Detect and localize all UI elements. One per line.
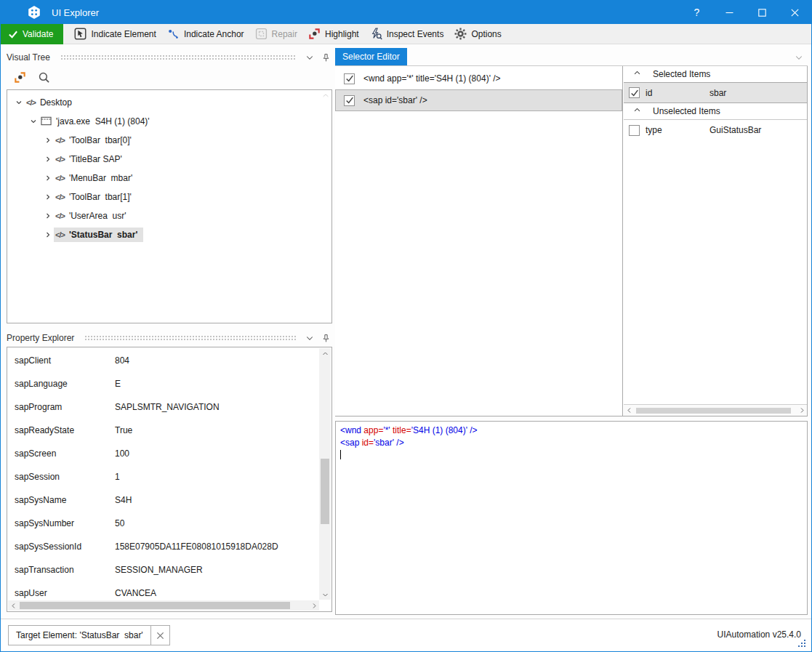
text-caret: [340, 450, 341, 459]
checkbox-unchecked[interactable]: [629, 125, 640, 136]
checkbox-checked[interactable]: [629, 87, 640, 98]
scrollbar-thumb[interactable]: [20, 602, 290, 609]
chevron-up-icon[interactable]: [633, 106, 641, 116]
panel-drag-grip[interactable]: [84, 335, 296, 341]
chevron-down-icon[interactable]: [303, 332, 316, 344]
property-row[interactable]: sapSysNameS4H: [7, 488, 319, 512]
unselected-items-header[interactable]: Unselected Items: [624, 103, 807, 120]
vertical-scrollbar: [319, 348, 331, 600]
tree-node-toolbar-tbar1[interactable]: </> 'ToolBar tbar[1]': [7, 188, 331, 206]
checkbox-checked[interactable]: [344, 73, 355, 84]
horizontal-scrollbar: [8, 600, 319, 611]
unselected-items-label: Unselected Items: [653, 106, 720, 116]
selector-node-sap[interactable]: <sap id='sbar' />: [335, 89, 622, 111]
element-code-icon: </>: [55, 230, 65, 239]
attributes-panel: Selected Items id sbar Unselected Items …: [624, 66, 807, 416]
property-explorer-title: Property Explorer: [7, 333, 74, 343]
horizontal-scrollbar: [624, 404, 807, 416]
scrollbar-thumb[interactable]: [636, 408, 791, 414]
main-toolbar: Validate Indicate Element Indicate Ancho…: [1, 24, 811, 44]
target-element-chip: Target Element: 'StatusBar sbar': [8, 625, 170, 645]
target-element-label: Target Element: 'StatusBar sbar': [9, 630, 150, 640]
scroll-down-arrow[interactable]: [320, 589, 330, 600]
selected-items-header[interactable]: Selected Items: [624, 66, 807, 83]
minimize-button[interactable]: [713, 1, 746, 24]
property-row[interactable]: sapLanguageE: [7, 372, 319, 395]
ui-explorer-window: UI Explorer ? Validate Indicate Element: [0, 0, 812, 652]
panel-drag-grip[interactable]: [60, 55, 296, 60]
selector-node-list: <wnd app='*' title='S4H (1) (804)' /> <s…: [335, 66, 623, 416]
selector-editor-region: <wnd app='*' title='S4H (1) (804)' /> <s…: [335, 66, 808, 416]
indicate-anchor-icon: [167, 28, 180, 40]
attribute-row-type[interactable]: type GuiStatusBar: [624, 120, 807, 140]
scroll-right-arrow[interactable]: [309, 600, 319, 611]
tree-node-statusbar-sbar[interactable]: </> 'StatusBar sbar': [7, 225, 331, 244]
pin-icon[interactable]: [319, 332, 332, 344]
property-row[interactable]: sapSession1: [7, 465, 319, 488]
tab-selector-editor[interactable]: Selector Editor: [335, 48, 407, 65]
chevron-collapsed-icon[interactable]: [42, 229, 54, 241]
chevron-expanded-icon[interactable]: [13, 97, 25, 108]
scroll-right-arrow[interactable]: [797, 406, 807, 416]
gear-icon: [454, 28, 467, 40]
options-label: Options: [471, 29, 501, 39]
selected-items-label: Selected Items: [653, 69, 710, 79]
indicate-element-button[interactable]: Indicate Element: [74, 28, 156, 40]
pin-icon[interactable]: [319, 52, 332, 63]
selector-node-wnd[interactable]: <wnd app='*' title='S4H (1) (804)' />: [335, 68, 622, 89]
tree-node-titlebar-sap[interactable]: </> 'TitleBar SAP': [7, 150, 331, 169]
checkbox-checked[interactable]: [344, 95, 355, 106]
panel-collapse-icon[interactable]: [795, 53, 803, 64]
visual-tree-toolbar: [7, 66, 332, 88]
highlight-button[interactable]: Highlight: [308, 28, 359, 40]
property-explorer-header: Property Explorer: [7, 329, 332, 347]
options-button[interactable]: Options: [454, 28, 501, 40]
version-label: UIAutomation v25.4.0: [717, 629, 801, 640]
selector-code-editor[interactable]: <wnd app='*' title='S4H (1) (804)' /> <s…: [335, 421, 808, 615]
chevron-collapsed-icon[interactable]: [42, 134, 54, 146]
property-row[interactable]: sapReadyStateTrue: [7, 419, 319, 442]
selector-editor-tabbar: Selector Editor: [335, 49, 808, 66]
check-icon: [8, 29, 18, 39]
chevron-down-icon[interactable]: [303, 52, 316, 63]
highlight-element-icon[interactable]: [14, 71, 26, 84]
tree-node-java-exe[interactable]: 'java.exe S4H (1) (804)': [7, 112, 331, 131]
scroll-left-arrow[interactable]: [8, 600, 18, 611]
validate-button[interactable]: Validate: [1, 24, 63, 44]
chevron-collapsed-icon[interactable]: [42, 210, 54, 222]
chevron-collapsed-icon[interactable]: [42, 172, 54, 184]
tree-node-menubar-mbar[interactable]: </> 'MenuBar mbar': [7, 169, 331, 188]
close-button[interactable]: [779, 1, 811, 24]
property-row[interactable]: sapTransactionSESSION_MANAGER: [7, 558, 319, 581]
element-code-icon: </>: [55, 136, 65, 145]
chevron-expanded-icon[interactable]: [28, 116, 39, 127]
tree-node-userarea-usr[interactable]: </> 'UserArea usr': [7, 206, 331, 225]
search-icon[interactable]: [38, 71, 50, 84]
help-button[interactable]: ?: [680, 1, 713, 24]
chevron-up-icon[interactable]: [633, 69, 641, 79]
window-icon: [41, 116, 52, 128]
scroll-left-arrow[interactable]: [624, 406, 634, 416]
tree-node-desktop[interactable]: </> Desktop: [7, 93, 331, 112]
scroll-up-arrow[interactable]: [320, 348, 330, 358]
property-row[interactable]: sapUserCVANCEA: [7, 581, 319, 600]
property-row[interactable]: sapSysNumber50: [7, 512, 319, 535]
indicate-anchor-button[interactable]: Indicate Anchor: [167, 28, 244, 40]
visual-tree-title: Visual Tree: [7, 52, 50, 63]
selector-xml-line: [340, 448, 803, 461]
property-row[interactable]: sapSysSessionId158E07905DA11FE0808101591…: [7, 535, 319, 558]
selector-xml-line: <sap id='sbar' />: [340, 437, 803, 449]
attribute-row-id[interactable]: id sbar: [624, 83, 807, 103]
chevron-collapsed-icon[interactable]: [42, 191, 54, 203]
visual-tree: </> Desktop 'java.exe S4H (1) (804)' </>…: [7, 89, 332, 323]
property-row[interactable]: sapScreen100: [7, 442, 319, 465]
clear-target-button[interactable]: [150, 625, 169, 645]
scrollbar-thumb[interactable]: [321, 459, 329, 524]
property-row[interactable]: sapProgramSAPLSMTR_NAVIGATION: [7, 395, 319, 419]
tree-node-toolbar-tbar0[interactable]: </> 'ToolBar tbar[0]': [7, 131, 331, 150]
inspect-events-button[interactable]: Inspect Events: [370, 28, 444, 40]
inspect-events-label: Inspect Events: [387, 29, 444, 39]
maximize-button[interactable]: [746, 1, 779, 24]
property-row[interactable]: sapClient804: [7, 349, 319, 372]
chevron-collapsed-icon[interactable]: [42, 153, 54, 165]
